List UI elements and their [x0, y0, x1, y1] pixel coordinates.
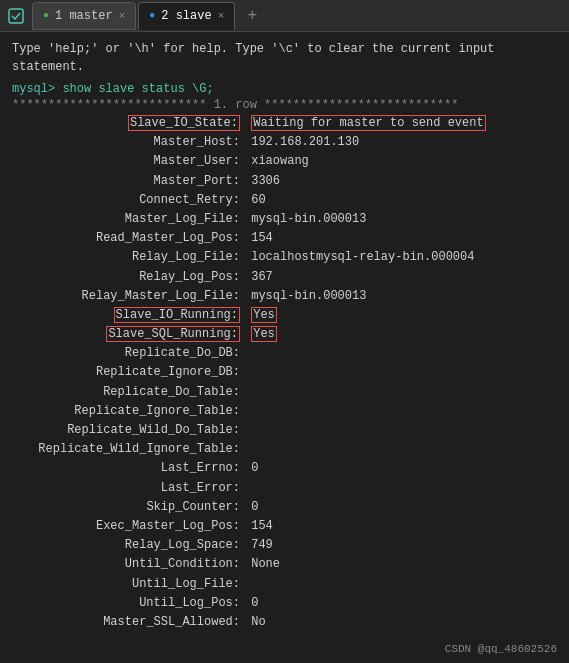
table-row: Last_Error:: [12, 479, 557, 498]
table-row: Replicate_Do_DB:: [12, 344, 557, 363]
row-key-0: Slave_IO_State:: [12, 114, 242, 133]
table-row: Relay_Master_Log_File: mysql-bin.000013: [12, 287, 557, 306]
table-row: Slave_IO_State: Waiting for master to se…: [12, 114, 557, 133]
highlight-key-0: Slave_IO_State:: [128, 115, 240, 131]
table-row: Master_Port: 3306: [12, 172, 557, 191]
svg-rect-0: [9, 9, 23, 23]
row-value-10: Yes: [242, 306, 277, 325]
highlight-key-10: Slave_IO_Running:: [114, 307, 240, 323]
table-row: Until_Condition: None: [12, 555, 557, 574]
tab-add-button[interactable]: +: [241, 5, 263, 27]
table-row: Exec_Master_Log_Pos: 154: [12, 517, 557, 536]
table-row: Replicate_Ignore_DB:: [12, 363, 557, 382]
table-row: Master_SSL_Allowed: No: [12, 613, 557, 632]
tab-label-slave: 2 slave: [161, 9, 211, 23]
table-row: Relay_Log_File: localhostmysql-relay-bin…: [12, 248, 557, 267]
tab-dot-slave: ●: [149, 10, 155, 21]
table-row: Until_Log_Pos: 0: [12, 594, 557, 613]
highlight-val-11: Yes: [251, 326, 277, 342]
tab-dot-master: ●: [43, 10, 49, 21]
separator-line: *************************** 1. row *****…: [12, 98, 557, 112]
highlight-key-11: Slave_SQL_Running:: [106, 326, 240, 342]
row-value-0: Waiting for master to send event: [242, 114, 486, 133]
highlight-val-10: Yes: [251, 307, 277, 323]
table-row: Master_Log_File: mysql-bin.000013: [12, 210, 557, 229]
table-row: Relay_Log_Pos: 367: [12, 268, 557, 287]
table-row: Last_Errno: 0: [12, 459, 557, 478]
row-value-11: Yes: [242, 325, 277, 344]
table-row: Read_Master_Log_Pos: 154: [12, 229, 557, 248]
tab-label-master: 1 master: [55, 9, 113, 23]
tab-slave[interactable]: ● 2 slave ×: [138, 2, 235, 30]
table-row: Slave_IO_Running: Yes: [12, 306, 557, 325]
table-row: Replicate_Ignore_Table:: [12, 402, 557, 421]
table-row: Connect_Retry: 60: [12, 191, 557, 210]
table-row: Master_User: xiaowang: [12, 152, 557, 171]
terminal-area: Type 'help;' or '\h' for help. Type '\c'…: [0, 32, 569, 663]
tab-close-slave[interactable]: ×: [218, 10, 225, 22]
table-row: Slave_SQL_Running: Yes: [12, 325, 557, 344]
table-row: Until_Log_File:: [12, 575, 557, 594]
table-row: Replicate_Do_Table:: [12, 383, 557, 402]
tab-close-master[interactable]: ×: [119, 10, 126, 22]
watermark: CSDN @qq_48602526: [445, 643, 557, 655]
row-key-11: Slave_SQL_Running:: [12, 325, 242, 344]
highlight-val-0: Waiting for master to send event: [251, 115, 485, 131]
help-text: Type 'help;' or '\h' for help. Type '\c'…: [12, 40, 557, 76]
row-key-10: Slave_IO_Running:: [12, 306, 242, 325]
table-row: Master_Host: 192.168.201.130: [12, 133, 557, 152]
table-row: Relay_Log_Space: 749: [12, 536, 557, 555]
app-icon: [4, 4, 28, 28]
table-row: Replicate_Wild_Do_Table:: [12, 421, 557, 440]
table-row: Replicate_Wild_Ignore_Table:: [12, 440, 557, 459]
table-row: Skip_Counter: 0: [12, 498, 557, 517]
tab-bar: ● 1 master × ● 2 slave × +: [0, 0, 569, 32]
tab-master[interactable]: ● 1 master ×: [32, 2, 136, 30]
command-line: mysql> show slave status \G;: [12, 82, 557, 96]
